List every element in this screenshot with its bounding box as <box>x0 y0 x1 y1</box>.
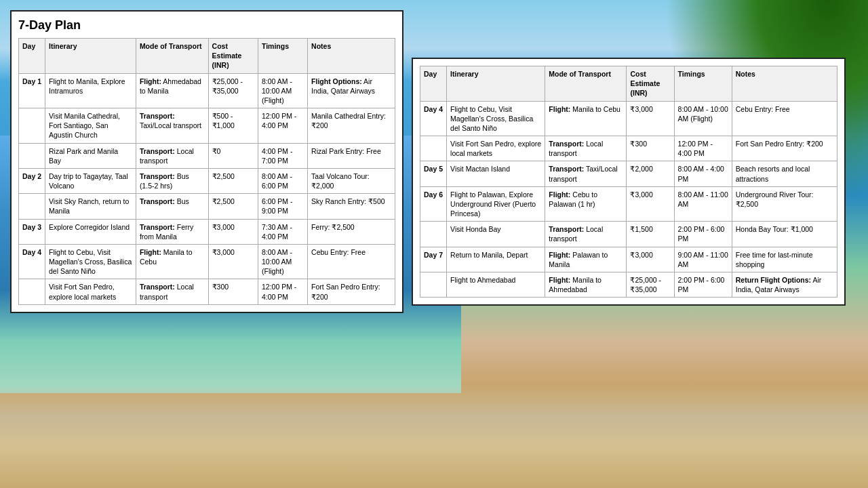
notes-cell: Underground River Tour: ₹2,500 <box>732 186 837 222</box>
notes-cell: Cebu Entry: Free <box>732 101 837 136</box>
itinerary-cell: Rizal Park and Manila Bay <box>45 143 136 168</box>
table-row: Day 7 Return to Manila, Depart Flight: P… <box>420 247 837 272</box>
notes-cell: Honda Bay Tour: ₹1,000 <box>732 222 837 247</box>
table-row: Day 4 Flight to Cebu, Visit Magellan's C… <box>19 244 395 279</box>
cost-cell: ₹2,500 <box>208 194 258 219</box>
transport-cell: Transport: Local transport <box>136 279 208 304</box>
table-row: Rizal Park and Manila Bay Transport: Loc… <box>19 143 395 168</box>
cost-cell: ₹2,000 <box>627 161 674 186</box>
notes-cell: Free time for last-minute shopping <box>732 247 837 272</box>
transport-cell: Flight: Cebu to Palawan (1 hr) <box>545 186 627 222</box>
transport-cell: Transport: Ferry from Manila <box>136 219 208 244</box>
timing-cell: 12:00 PM - 4:00 PM <box>674 136 732 161</box>
notes-cell: Flight Options: Air India, Qatar Airways <box>308 73 395 108</box>
th-timing-right: Timings <box>674 66 732 102</box>
timing-cell: 4:00 PM - 7:00 PM <box>258 143 307 168</box>
notes-cell: Taal Volcano Tour: ₹2,000 <box>308 168 395 193</box>
cost-cell: ₹3,000 <box>627 101 674 136</box>
panel-title: 7-Day Plan <box>18 18 395 33</box>
table-row: Visit Honda Bay Transport: Local transpo… <box>420 222 837 247</box>
transport-cell: Transport: Taxi/Local transport <box>545 161 627 186</box>
transport-cell: Flight: Manila to Ahmedabad <box>545 272 627 297</box>
notes-cell: Rizal Park Entry: Free <box>308 143 395 168</box>
notes-cell: Manila Cathedral Entry: ₹200 <box>308 108 395 144</box>
timing-cell: 8:00 AM - 10:00 AM (Flight) <box>258 244 307 279</box>
day-cell <box>420 136 447 161</box>
table-row: Visit Fort San Pedro, explore local mark… <box>19 279 395 304</box>
transport-cell: Flight: Ahmedabad to Manila <box>136 73 208 108</box>
table-row: Day 2 Day trip to Tagaytay, Taal Volcano… <box>19 168 395 193</box>
right-table: Day Itinerary Mode of Transport Cost Est… <box>420 66 837 298</box>
day-cell <box>19 108 45 144</box>
itinerary-cell: Flight to Cebu, Visit Magellan's Cross, … <box>45 244 136 279</box>
itinerary-cell: Visit Fort San Pedro, explore local mark… <box>45 279 136 304</box>
day-cell: Day 7 <box>420 247 447 272</box>
table-row: Day 1 Flight to Manila, Explore Intramur… <box>19 73 395 108</box>
day-cell: Day 4 <box>19 244 45 279</box>
cost-cell: ₹0 <box>208 143 258 168</box>
table-row: Flight to Ahmedabad Flight: Manila to Ah… <box>420 272 837 297</box>
transport-cell: Transport: Local transport <box>545 136 627 161</box>
left-table: Day Itinerary Mode of Transport Cost Est… <box>18 38 395 305</box>
timing-cell: 2:00 PM - 6:00 PM <box>674 272 732 297</box>
day-cell <box>19 143 45 168</box>
notes-cell: Fort San Pedro Entry: ₹200 <box>732 136 837 161</box>
cost-cell: ₹300 <box>627 136 674 161</box>
cost-cell: ₹1,500 <box>627 222 674 247</box>
th-itinerary-right: Itinerary <box>447 66 545 102</box>
timing-cell: 6:00 PM - 9:00 PM <box>258 194 307 219</box>
table-row: Visit Sky Ranch, return to Manila Transp… <box>19 194 395 219</box>
transport-cell: Flight: Palawan to Manila <box>545 247 627 272</box>
timing-cell: 12:00 PM - 4:00 PM <box>258 279 307 304</box>
day-cell: Day 2 <box>19 168 45 193</box>
timing-cell: 9:00 AM - 11:00 AM <box>674 247 732 272</box>
itinerary-cell: Flight to Palawan, Explore Underground R… <box>447 186 545 222</box>
notes-cell: Beach resorts and local attractions <box>732 161 837 186</box>
table-row: Day 3 Explore Corregidor Island Transpor… <box>19 219 395 244</box>
table-row: Day 4 Flight to Cebu, Visit Magellan's C… <box>420 101 837 136</box>
timing-cell: 8:00 AM - 11:00 AM <box>674 186 732 222</box>
th-timing-left: Timings <box>258 39 307 74</box>
cost-cell: ₹3,000 <box>627 186 674 222</box>
content-wrapper: 7-Day Plan Day Itinerary Mode of Transpo… <box>0 0 868 488</box>
notes-cell: Ferry: ₹2,500 <box>308 219 395 244</box>
notes-cell: Fort San Pedro Entry: ₹200 <box>308 279 395 304</box>
right-panel: Day Itinerary Mode of Transport Cost Est… <box>412 58 846 306</box>
timing-cell: 12:00 PM - 4:00 PM <box>258 108 307 144</box>
cost-cell: ₹2,500 <box>208 168 258 193</box>
itinerary-cell: Visit Mactan Island <box>447 161 545 186</box>
th-cost-right: Cost Estimate (INR) <box>627 66 674 102</box>
timing-cell: 8:00 AM - 10:00 AM (Flight) <box>674 101 732 136</box>
cost-cell: ₹3,000 <box>627 247 674 272</box>
day-cell <box>19 194 45 219</box>
cost-cell: ₹25,000 - ₹35,000 <box>208 73 258 108</box>
day-cell: Day 3 <box>19 219 45 244</box>
itinerary-cell: Flight to Ahmedabad <box>447 272 545 297</box>
itinerary-cell: Return to Manila, Depart <box>447 247 545 272</box>
timing-cell: 8:00 AM - 6:00 PM <box>258 168 307 193</box>
table-row: Visit Fort San Pedro, explore local mark… <box>420 136 837 161</box>
itinerary-cell: Flight to Manila, Explore Intramuros <box>45 73 136 108</box>
day-cell <box>420 272 447 297</box>
table-row: Visit Manila Cathedral, Fort Santiago, S… <box>19 108 395 144</box>
itinerary-cell: Visit Manila Cathedral, Fort Santiago, S… <box>45 108 136 144</box>
itinerary-cell: Visit Honda Bay <box>447 222 545 247</box>
cost-cell: ₹500 - ₹1,000 <box>208 108 258 144</box>
transport-cell: Transport: Bus (1.5-2 hrs) <box>136 168 208 193</box>
notes-cell: Return Flight Options: Air India, Qatar … <box>732 272 837 297</box>
day-cell <box>420 222 447 247</box>
table-row: Day 6 Flight to Palawan, Explore Undergr… <box>420 186 837 222</box>
cost-cell: ₹25,000 - ₹35,000 <box>627 272 674 297</box>
th-notes-left: Notes <box>308 39 395 74</box>
itinerary-cell: Visit Sky Ranch, return to Manila <box>45 194 136 219</box>
table-row: Day 5 Visit Mactan Island Transport: Tax… <box>420 161 837 186</box>
notes-cell: Cebu Entry: Free <box>308 244 395 279</box>
timing-cell: 8:00 AM - 4:00 PM <box>674 161 732 186</box>
day-cell <box>19 279 45 304</box>
timing-cell: 7:30 AM - 4:00 PM <box>258 219 307 244</box>
transport-cell: Transport: Taxi/Local transport <box>136 108 208 144</box>
th-day-left: Day <box>19 39 45 74</box>
itinerary-cell: Visit Fort San Pedro, explore local mark… <box>447 136 545 161</box>
day-cell: Day 5 <box>420 161 447 186</box>
th-cost-left: Cost Estimate (INR) <box>208 39 258 74</box>
